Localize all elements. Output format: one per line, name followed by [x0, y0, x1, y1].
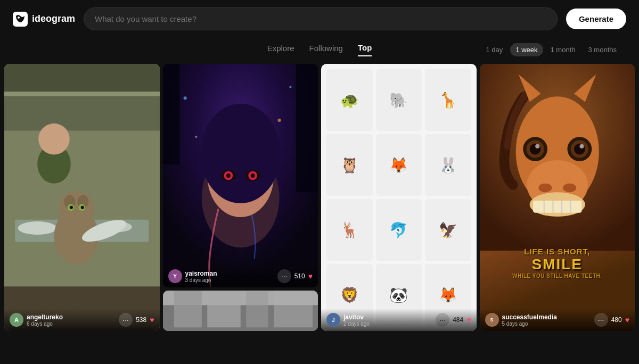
- card-stickers-footer: J javitov 2 days ago ··· 484 ♥: [321, 309, 477, 331]
- heart-icon-3[interactable]: ♥: [466, 316, 471, 324]
- svg-point-19: [81, 206, 84, 209]
- smile-line-1: LIFE IS SHORT,: [484, 247, 631, 256]
- timestamp-2: 3 days ago: [185, 277, 274, 283]
- svg-point-37: [195, 136, 197, 138]
- svg-point-13: [59, 191, 94, 226]
- avatar-angeltureko: A: [10, 313, 23, 327]
- nav-area: Explore Following Top 1 day 1 week 1 mon…: [0, 38, 639, 60]
- card-horse[interactable]: LIFE IS SHORT, SMILE WHILE YOU STILL HAV…: [480, 64, 635, 331]
- timestamp-4: 5 days ago: [502, 321, 591, 327]
- street-image: [163, 291, 318, 331]
- svg-rect-5: [4, 92, 160, 96]
- more-button-3[interactable]: ···: [436, 313, 449, 327]
- sticker-eagle: 🦅: [425, 199, 471, 261]
- svg-rect-42: [174, 291, 201, 327]
- svg-point-11: [38, 123, 70, 155]
- like-count-2: 510: [294, 272, 305, 280]
- grid-col-1: A angeltureko 6 days ago ··· 538 ♥: [4, 64, 160, 331]
- username-1: angeltureko: [27, 313, 116, 321]
- nav-tabs: Explore Following Top: [267, 43, 372, 56]
- smile-line-3: WHILE YOU STILL HAVE TEETH.: [484, 273, 631, 279]
- tab-explore[interactable]: Explore: [267, 44, 294, 56]
- grid-col-4: LIFE IS SHORT, SMILE WHILE YOU STILL HAV…: [480, 64, 635, 331]
- svg-point-7: [18, 221, 56, 235]
- more-button-4[interactable]: ···: [594, 313, 608, 327]
- card-actions-1: ··· 538 ♥: [119, 313, 154, 327]
- filter-1month[interactable]: 1 month: [545, 43, 581, 56]
- user-info-4: successfuelmedia 5 days ago: [502, 313, 591, 327]
- more-button-1[interactable]: ···: [119, 313, 133, 327]
- search-input[interactable]: [84, 7, 558, 30]
- logo-text: ideogram: [32, 13, 75, 24]
- svg-point-61: [535, 144, 539, 148]
- svg-point-18: [70, 206, 73, 209]
- image-grid: A angeltureko 6 days ago ··· 538 ♥: [0, 60, 639, 331]
- card-actions-2: ··· 510 ♥: [277, 269, 313, 283]
- sticker-fox: 🦊: [376, 134, 422, 196]
- avatar-yaisroman: Y: [168, 269, 182, 283]
- card-fantasy[interactable]: Y yaisroman 3 days ago ··· 510 ♥: [163, 64, 318, 287]
- card-stickers[interactable]: 🐢 🐘 🦒 🦉 🦊 🐰 🦌 🐬 🦅 🦁 🐼 🦊 J: [321, 64, 477, 331]
- grid-col-3: 🐢 🐘 🦒 🦉 🦊 🐰 🦌 🐬 🦅 🦁 🐼 🦊 J: [321, 64, 477, 331]
- smile-text-overlay: LIFE IS SHORT, SMILE WHILE YOU STILL HAV…: [480, 243, 635, 283]
- sticker-turtle: 🐢: [326, 69, 373, 131]
- avatar-successfuelmedia: S: [485, 313, 499, 327]
- card-cat-fish-footer: A angeltureko 6 days ago ··· 538 ♥: [4, 309, 160, 331]
- like-count-3: 484: [453, 316, 463, 324]
- sticker-elephant: 🐘: [376, 69, 422, 131]
- svg-rect-44: [246, 292, 268, 328]
- svg-point-50: [538, 184, 552, 193]
- svg-point-1: [18, 16, 20, 19]
- svg-point-31: [226, 173, 230, 178]
- like-count-1: 538: [136, 316, 146, 324]
- avatar-javitov: J: [326, 313, 340, 327]
- time-filters: 1 day 1 week 1 month 3 months: [481, 43, 622, 56]
- sticker-dolphin: 🐬: [376, 199, 422, 261]
- heart-icon-4[interactable]: ♥: [625, 316, 629, 324]
- filter-3months[interactable]: 3 months: [583, 43, 622, 56]
- user-info-2: yaisroman 3 days ago: [185, 270, 274, 283]
- tab-top[interactable]: Top: [358, 43, 372, 56]
- generate-button[interactable]: Generate: [566, 9, 626, 29]
- user-info-1: angeltureko 6 days ago: [27, 313, 116, 327]
- svg-point-36: [289, 86, 291, 88]
- horse-image: LIFE IS SHORT, SMILE WHILE YOU STILL HAV…: [480, 64, 635, 331]
- username-3: javitov: [343, 313, 432, 321]
- logo[interactable]: ideogram: [13, 12, 75, 27]
- filter-1week[interactable]: 1 week: [510, 43, 543, 56]
- tab-following[interactable]: Following: [309, 44, 343, 56]
- svg-rect-53: [532, 201, 581, 213]
- user-info-3: javitov 2 days ago: [343, 313, 432, 327]
- svg-rect-24: [163, 64, 179, 164]
- grid-col-2: Y yaisroman 3 days ago ··· 510 ♥: [163, 64, 318, 331]
- svg-point-51: [563, 184, 576, 193]
- svg-point-38: [277, 119, 281, 122]
- sticker-owl: 🦉: [326, 134, 373, 196]
- username-4: successfuelmedia: [502, 313, 591, 321]
- filter-1day[interactable]: 1 day: [481, 43, 509, 56]
- like-count-4: 480: [611, 316, 622, 324]
- more-button-2[interactable]: ···: [277, 269, 291, 283]
- sticker-grid: 🐢 🐘 🦒 🦉 🦊 🐰 🦌 🐬 🦅 🦁 🐼 🦊: [321, 64, 477, 331]
- svg-point-65: [579, 144, 584, 148]
- timestamp-3: 2 days ago: [343, 321, 432, 327]
- smile-line-2: SMILE: [484, 256, 631, 273]
- heart-icon-1[interactable]: ♥: [150, 316, 154, 324]
- heart-icon-2[interactable]: ♥: [308, 272, 313, 280]
- card-fantasy-footer: Y yaisroman 3 days ago ··· 510 ♥: [163, 265, 318, 287]
- sticker-rabbit: 🐰: [425, 134, 471, 196]
- fantasy-image: [163, 64, 318, 287]
- card-actions-3: ··· 484 ♥: [436, 313, 471, 327]
- card-cat-fish[interactable]: A angeltureko 6 days ago ··· 538 ♥: [4, 64, 160, 331]
- card-horse-footer: S successfuelmedia 5 days ago ··· 480 ♥: [480, 309, 635, 331]
- svg-point-28: [200, 104, 280, 203]
- sticker-deer: 🦌: [326, 199, 373, 261]
- username-2: yaisroman: [185, 270, 274, 277]
- card-actions-4: ··· 480 ♥: [594, 313, 629, 327]
- card-street[interactable]: [163, 291, 318, 331]
- svg-point-34: [250, 173, 255, 178]
- svg-point-35: [183, 96, 186, 100]
- svg-rect-4: [4, 64, 160, 92]
- sticker-giraffe: 🦒: [425, 69, 471, 131]
- cat-fish-image: [4, 64, 160, 331]
